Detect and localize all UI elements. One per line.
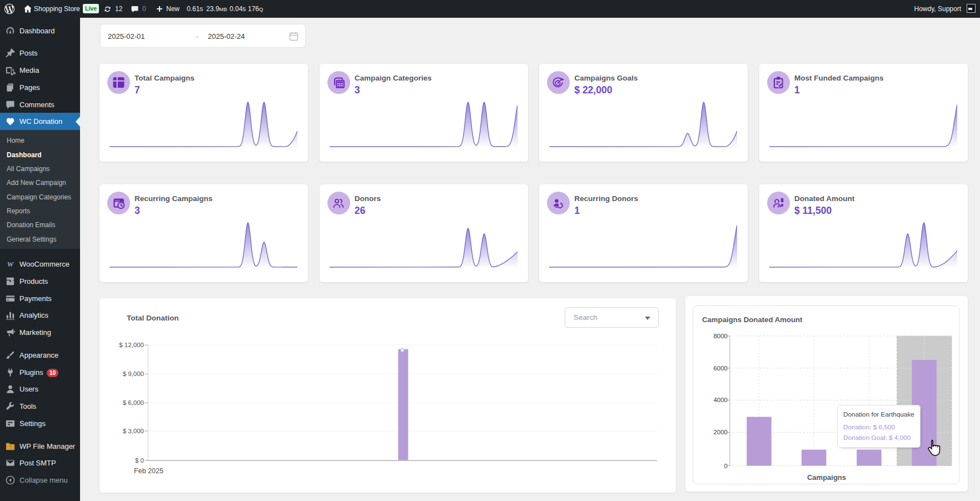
svg-text:8000: 8000	[713, 333, 728, 339]
svg-text:W: W	[7, 260, 14, 268]
svg-text:W: W	[8, 445, 12, 449]
svg-text:6000: 6000	[713, 365, 728, 372]
svg-text:2000: 2000	[713, 429, 728, 435]
svg-text:$ 9,000: $ 9,000	[123, 370, 144, 377]
svg-text:$ 3,000: $ 3,000	[123, 428, 144, 434]
svg-text:Feb 2025: Feb 2025	[134, 467, 163, 475]
svg-text:$ 0: $ 0	[135, 457, 144, 464]
svg-text:4000: 4000	[713, 397, 728, 403]
svg-text:$ 12,000: $ 12,000	[119, 342, 144, 348]
svg-text:$ 6,000: $ 6,000	[123, 399, 144, 406]
